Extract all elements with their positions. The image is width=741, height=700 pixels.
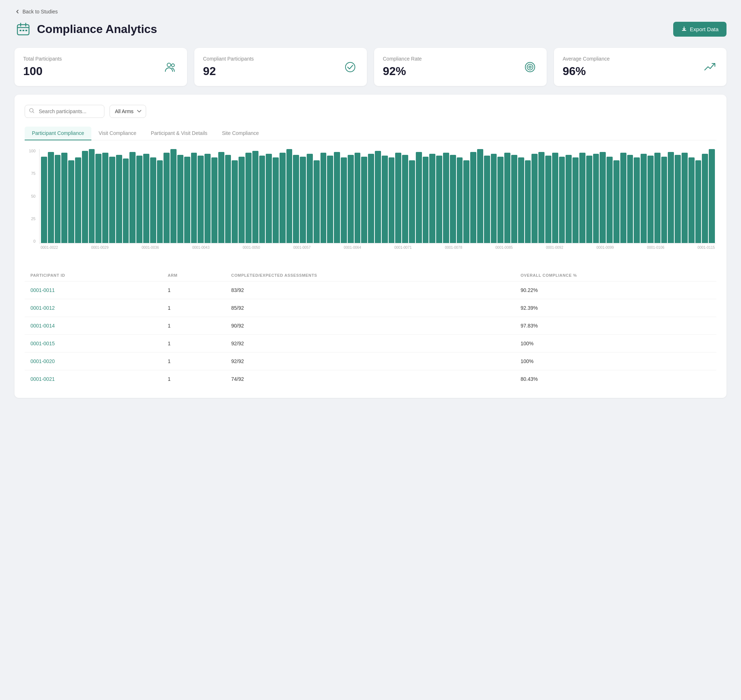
bar[interactable] bbox=[129, 152, 136, 243]
bar[interactable] bbox=[239, 157, 245, 243]
bar[interactable] bbox=[348, 155, 354, 243]
bar[interactable] bbox=[504, 153, 511, 243]
bar[interactable] bbox=[682, 153, 688, 243]
bar[interactable] bbox=[184, 157, 190, 243]
bar[interactable] bbox=[647, 156, 654, 243]
bar[interactable] bbox=[55, 155, 61, 243]
bar[interactable] bbox=[457, 157, 463, 243]
bar[interactable] bbox=[559, 157, 565, 243]
bar[interactable] bbox=[136, 156, 142, 243]
bar[interactable] bbox=[375, 151, 381, 243]
bar[interactable] bbox=[436, 156, 442, 243]
bar[interactable] bbox=[150, 157, 156, 243]
tab-visit-compliance[interactable]: Visit Compliance bbox=[91, 126, 144, 140]
bar[interactable] bbox=[95, 154, 101, 243]
bar[interactable] bbox=[286, 149, 292, 243]
bar[interactable] bbox=[245, 153, 252, 243]
bar[interactable] bbox=[688, 157, 695, 243]
bar[interactable] bbox=[300, 157, 306, 243]
bar[interactable] bbox=[341, 157, 347, 243]
bar[interactable] bbox=[48, 152, 54, 243]
bar[interactable] bbox=[463, 160, 470, 243]
bar[interactable] bbox=[511, 155, 517, 243]
bar[interactable] bbox=[279, 153, 286, 243]
bar[interactable] bbox=[170, 149, 176, 243]
bar[interactable] bbox=[382, 156, 388, 243]
bar[interactable] bbox=[41, 157, 47, 243]
bar[interactable] bbox=[702, 154, 708, 243]
bar[interactable] bbox=[273, 157, 279, 243]
bar[interactable] bbox=[109, 157, 115, 243]
bar[interactable] bbox=[545, 156, 552, 243]
bar[interactable] bbox=[518, 157, 524, 243]
bar[interactable] bbox=[443, 153, 449, 243]
bar[interactable] bbox=[61, 153, 67, 243]
bar[interactable] bbox=[334, 152, 340, 243]
arms-select[interactable]: All Arms Arm 1 Arm 2 Arm 3 bbox=[110, 105, 146, 118]
bar[interactable] bbox=[143, 154, 150, 243]
bar[interactable] bbox=[634, 157, 640, 243]
bar[interactable] bbox=[661, 157, 668, 243]
bar[interactable] bbox=[586, 156, 592, 243]
bar[interactable] bbox=[116, 155, 122, 243]
bar[interactable] bbox=[497, 157, 503, 243]
bar[interactable] bbox=[75, 157, 81, 243]
bar[interactable] bbox=[539, 152, 544, 243]
bar[interactable] bbox=[675, 155, 681, 243]
bar[interactable] bbox=[429, 154, 436, 243]
bar[interactable] bbox=[252, 151, 258, 243]
bar[interactable] bbox=[477, 149, 483, 243]
bar[interactable] bbox=[600, 152, 606, 243]
bar[interactable] bbox=[491, 154, 497, 243]
bar[interactable] bbox=[177, 155, 183, 243]
bar[interactable] bbox=[423, 157, 429, 243]
bar[interactable] bbox=[402, 155, 408, 243]
bar[interactable] bbox=[266, 154, 272, 243]
bar[interactable] bbox=[696, 160, 701, 243]
bar[interactable] bbox=[157, 160, 163, 243]
bar[interactable] bbox=[641, 154, 647, 243]
bar[interactable] bbox=[572, 157, 578, 243]
bar[interactable] bbox=[361, 157, 367, 243]
bar[interactable] bbox=[89, 149, 95, 243]
bar[interactable] bbox=[307, 154, 313, 243]
bar[interactable] bbox=[709, 149, 715, 243]
bar[interactable] bbox=[232, 160, 238, 243]
bar[interactable] bbox=[416, 152, 422, 243]
bar[interactable] bbox=[368, 154, 374, 243]
tab-participant-visit-details[interactable]: Participant & Visit Details bbox=[144, 126, 214, 140]
bar[interactable] bbox=[627, 155, 633, 243]
bar[interactable] bbox=[198, 156, 204, 243]
participant-link[interactable]: 0001-0014 bbox=[31, 323, 55, 329]
bar[interactable] bbox=[565, 155, 572, 243]
bar[interactable] bbox=[163, 153, 170, 243]
export-button[interactable]: Export Data bbox=[673, 22, 726, 37]
bar[interactable] bbox=[654, 153, 660, 243]
bar[interactable] bbox=[204, 154, 211, 243]
bar[interactable] bbox=[314, 160, 320, 243]
bar[interactable] bbox=[395, 153, 401, 243]
cell-participant-id[interactable]: 0001-0020 bbox=[25, 353, 162, 370]
cell-participant-id[interactable]: 0001-0012 bbox=[25, 299, 162, 317]
tab-participant-compliance[interactable]: Participant Compliance bbox=[25, 126, 91, 140]
bar[interactable] bbox=[82, 151, 88, 243]
bar[interactable] bbox=[102, 153, 109, 243]
search-input[interactable] bbox=[25, 105, 104, 118]
bar[interactable] bbox=[613, 160, 619, 243]
bar[interactable] bbox=[293, 155, 299, 243]
bar[interactable] bbox=[211, 157, 217, 243]
bar[interactable] bbox=[668, 152, 674, 243]
participant-link[interactable]: 0001-0015 bbox=[31, 341, 55, 346]
bar[interactable] bbox=[225, 155, 231, 243]
bar[interactable] bbox=[552, 153, 558, 243]
bar[interactable] bbox=[606, 157, 613, 243]
bar[interactable] bbox=[389, 157, 395, 243]
bar[interactable] bbox=[218, 152, 225, 243]
participant-link[interactable]: 0001-0012 bbox=[31, 305, 55, 311]
cell-participant-id[interactable]: 0001-0011 bbox=[25, 281, 162, 299]
bar[interactable] bbox=[191, 153, 197, 243]
bar[interactable] bbox=[484, 156, 490, 243]
back-link[interactable]: Back to Studies bbox=[15, 9, 58, 15]
tab-site-compliance[interactable]: Site Compliance bbox=[214, 126, 266, 140]
bar[interactable] bbox=[525, 160, 531, 243]
